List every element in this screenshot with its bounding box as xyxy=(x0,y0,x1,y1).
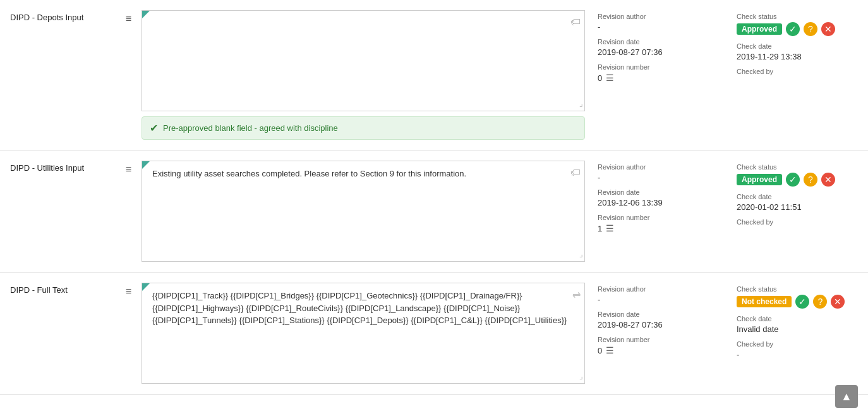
pre-approved-text: Pre-approved blank field - agreed with d… xyxy=(163,123,338,133)
content-text-2: Existing utility asset searches complete… xyxy=(152,168,579,180)
revision-number-label: Revision number xyxy=(598,214,721,221)
tag-icon[interactable]: 🏷 xyxy=(570,15,581,30)
check-status-badge[interactable]: Approved xyxy=(737,23,782,35)
check-col-2: Check statusApproved✓?✕Check date2020-01… xyxy=(729,157,868,266)
check-date-label: Check date xyxy=(737,42,860,50)
check-status-label: Check status xyxy=(737,13,860,20)
revision-date-label: Revision date xyxy=(598,310,721,318)
revision-number-value: 1 xyxy=(598,224,602,233)
hamburger-icon[interactable]: ≡ xyxy=(126,286,131,297)
retweet-icon[interactable]: ⇌ xyxy=(572,287,581,302)
row-label-col-1: DIPD - Depots Input≡ xyxy=(0,6,139,144)
revision-number-value-row: 0☰ xyxy=(598,73,721,83)
corner-marker xyxy=(142,11,150,18)
revision-date-value: 2019-08-27 07:36 xyxy=(598,47,721,57)
tag-icon[interactable]: 🏷 xyxy=(570,165,581,180)
row-label-1: DIPD - Depots Input xyxy=(10,13,121,22)
pre-approved-banner: ✔Pre-approved blank field - agreed with … xyxy=(142,116,585,140)
list-icon[interactable]: ☰ xyxy=(606,345,614,355)
checked-by-label: Checked by xyxy=(737,68,860,75)
check-status-row: Not checked✓?✕ xyxy=(737,295,860,309)
revision-number-label: Revision number xyxy=(598,63,721,71)
check-date-value: 2019-11-29 13:38 xyxy=(737,52,860,61)
content-col-2: 🏷Existing utility asset searches complet… xyxy=(139,157,590,266)
reject-circle-button[interactable]: ✕ xyxy=(821,173,835,187)
revision-author-value: - xyxy=(598,295,721,304)
row-label-2: DIPD - Utilities Input xyxy=(10,163,121,173)
row-2: DIPD - Utilities Input≡🏷Existing utility… xyxy=(0,151,868,273)
revision-number-value: 0 xyxy=(598,73,602,83)
revision-author-label: Revision author xyxy=(598,13,721,20)
row-label-col-2: DIPD - Utilities Input≡ xyxy=(0,157,139,266)
revision-date-label: Revision date xyxy=(598,38,721,46)
scroll-top-button[interactable]: ▲ xyxy=(835,385,858,408)
resize-handle[interactable]: ⌟ xyxy=(579,249,583,260)
checked-by-label: Checked by xyxy=(737,218,860,226)
check-col-3: Check statusNot checked✓?✕Check dateInva… xyxy=(729,279,868,388)
check-date-value: Invalid date xyxy=(737,324,860,334)
revision-number-value: 0 xyxy=(598,346,602,355)
pre-approved-check-icon: ✔ xyxy=(150,122,158,134)
list-icon[interactable]: ☰ xyxy=(606,73,614,83)
check-status-label: Check status xyxy=(737,163,860,171)
check-status-row: Approved✓?✕ xyxy=(737,173,860,187)
resize-handle[interactable]: ⌟ xyxy=(579,98,583,109)
approve-circle-button[interactable]: ✓ xyxy=(786,22,800,36)
revision-col-3: Revision author-Revision date2019-08-27 … xyxy=(590,279,729,388)
query-circle-button[interactable]: ? xyxy=(804,173,817,187)
check-date-label: Check date xyxy=(737,193,860,200)
list-icon[interactable]: ☰ xyxy=(606,223,614,233)
revision-author-value: - xyxy=(598,173,721,182)
content-box-1[interactable]: 🏷⌟ xyxy=(142,10,585,111)
revision-date-value: 2019-12-06 13:39 xyxy=(598,198,721,207)
rows-container: DIPD - Depots Input≡🏷⌟✔Pre-approved blan… xyxy=(0,0,868,395)
check-status-label: Check status xyxy=(737,285,860,293)
resize-handle[interactable]: ⌟ xyxy=(579,371,583,382)
reject-circle-button[interactable]: ✕ xyxy=(821,22,835,36)
corner-marker xyxy=(142,161,150,169)
revision-number-value-row: 0☰ xyxy=(598,345,721,355)
revision-number-label: Revision number xyxy=(598,336,721,343)
revision-date-label: Revision date xyxy=(598,188,721,196)
query-circle-button[interactable]: ? xyxy=(804,22,817,36)
check-date-value: 2020-01-02 11:51 xyxy=(737,202,860,212)
checked-by-value: - xyxy=(737,350,860,359)
reject-circle-button[interactable]: ✕ xyxy=(831,295,845,309)
content-col-3: ⇌{{DIPD[CP1]_Track}} {{DIPD[CP1]_Bridges… xyxy=(139,279,590,388)
check-status-badge[interactable]: Approved xyxy=(737,174,782,185)
content-box-2[interactable]: 🏷Existing utility asset searches complet… xyxy=(142,161,585,262)
revision-col-1: Revision author-Revision date2019-08-27 … xyxy=(590,6,729,144)
content-col-1: 🏷⌟✔Pre-approved blank field - agreed wit… xyxy=(139,6,590,144)
corner-marker xyxy=(142,283,150,291)
hamburger-icon[interactable]: ≡ xyxy=(126,164,131,175)
revision-date-value: 2019-08-27 07:36 xyxy=(598,320,721,329)
revision-col-2: Revision author-Revision date2019-12-06 … xyxy=(590,157,729,266)
content-box-3[interactable]: ⇌{{DIPD[CP1]_Track}} {{DIPD[CP1]_Bridges… xyxy=(142,283,585,384)
row-1: DIPD - Depots Input≡🏷⌟✔Pre-approved blan… xyxy=(0,0,868,151)
query-circle-button[interactable]: ? xyxy=(813,295,827,309)
revision-author-label: Revision author xyxy=(598,163,721,171)
row-label-3: DIPD - Full Text xyxy=(10,285,121,295)
content-text-3: {{DIPD[CP1]_Track}} {{DIPD[CP1]_Bridges}… xyxy=(152,290,579,327)
check-col-1: Check statusApproved✓?✕Check date2019-11… xyxy=(729,6,868,144)
check-status-row: Approved✓?✕ xyxy=(737,22,860,36)
approve-circle-button[interactable]: ✓ xyxy=(786,173,800,187)
row-label-col-3: DIPD - Full Text≡ xyxy=(0,279,139,388)
revision-number-value-row: 1☰ xyxy=(598,223,721,233)
check-date-label: Check date xyxy=(737,315,860,323)
check-status-badge[interactable]: Not checked xyxy=(737,296,792,307)
checked-by-label: Checked by xyxy=(737,340,860,348)
revision-author-value: - xyxy=(598,22,721,32)
hamburger-icon[interactable]: ≡ xyxy=(126,13,131,25)
approve-circle-button[interactable]: ✓ xyxy=(795,295,809,309)
revision-author-label: Revision author xyxy=(598,285,721,293)
row-3: DIPD - Full Text≡⇌{{DIPD[CP1]_Track}} {{… xyxy=(0,273,868,395)
